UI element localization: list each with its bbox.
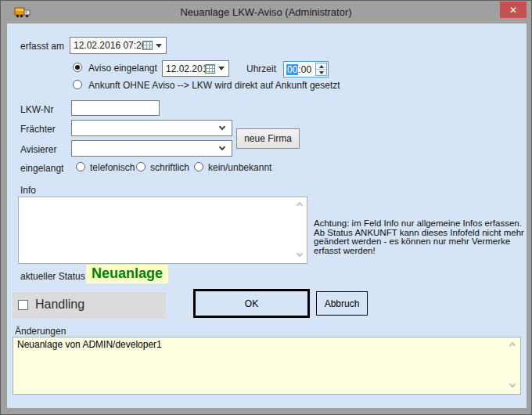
ok-button-label: OK	[245, 298, 258, 309]
window-title: Neuanlage LKW-Aviso (Administrator)	[1, 6, 531, 18]
eingelangt-label: eingelangt	[20, 163, 63, 174]
handling-panel: Handling	[13, 292, 166, 319]
erfasst-am-label: erfasst am	[20, 41, 64, 52]
calendar-icon	[142, 41, 153, 50]
time-spinner[interactable]	[315, 63, 327, 76]
fraechter-label: Frächter	[20, 124, 56, 135]
radio-schriftlich[interactable]	[136, 162, 146, 171]
info-textarea-wrap	[18, 197, 307, 264]
warning-line: erfasst werden!	[314, 247, 530, 256]
time-hours[interactable]: 00	[286, 64, 298, 75]
spinner-down-icon[interactable]	[316, 70, 326, 75]
aviso-date-value: 12.02.2016	[163, 63, 205, 74]
info-textarea[interactable]	[18, 197, 307, 264]
erfasst-am-value: 12.02.2016 07:20	[70, 40, 142, 51]
erfasst-am-datetimepicker[interactable]: 12.02.2016 07:20	[70, 37, 167, 54]
radio-telefonisch-label[interactable]: telefonisch	[90, 162, 135, 173]
aenderungen-label: Änderungen	[15, 326, 66, 337]
chevron-down-icon[interactable]	[219, 124, 225, 130]
handling-checkbox-label[interactable]: Handling	[35, 298, 84, 312]
lkw-nr-input[interactable]	[71, 100, 160, 116]
radio-ankunft-ohne-aviso[interactable]	[73, 80, 82, 89]
titlebar[interactable]: Neuanlage LKW-Aviso (Administrator) ✕	[1, 1, 531, 23]
dropdown-arrow-icon[interactable]	[218, 67, 225, 70]
close-icon: ✕	[509, 5, 517, 16]
status-badge: Neuanlage	[86, 265, 168, 283]
aenderungen-textarea[interactable]: Neuanlage von ADMIN/developer1	[13, 337, 521, 395]
radio-telefonisch[interactable]	[76, 162, 85, 171]
ok-button[interactable]: OK	[193, 289, 310, 318]
radio-aviso-eingelangt-label[interactable]: Aviso eingelangt	[88, 63, 157, 74]
fraechter-combobox[interactable]	[71, 120, 232, 136]
abbruch-button-label: Abbruch	[325, 298, 360, 309]
info-warning-text: Achtung: im Feld Info nur allgemeine Inf…	[314, 219, 530, 256]
avisierer-label: Avisierer	[20, 144, 56, 155]
radio-ankunft-ohne-aviso-label[interactable]: Ankunft OHNE Aviso --> LKW wird direkt a…	[88, 80, 340, 91]
neue-firma-button-label: neue Firma	[244, 133, 292, 144]
aktueller-status-label: aktueller Status	[20, 271, 85, 282]
radio-kein-unbekannt[interactable]	[194, 162, 203, 171]
handling-checkbox[interactable]	[18, 300, 28, 310]
abbruch-button[interactable]: Abbruch	[316, 291, 368, 316]
aenderungen-textarea-wrap: Neuanlage von ADMIN/developer1	[13, 337, 521, 395]
calendar-icon	[205, 64, 215, 74]
uhrzeit-timepicker[interactable]: 00:00	[283, 61, 329, 78]
uhrzeit-label: Uhrzeit	[246, 63, 276, 74]
dialog-window: Neuanlage LKW-Aviso (Administrator) ✕ er…	[0, 0, 532, 415]
spinner-up-icon[interactable]	[316, 63, 326, 69]
info-label: Info	[20, 185, 36, 196]
aviso-datepicker[interactable]: 12.02.2016	[162, 60, 229, 77]
close-button[interactable]: ✕	[500, 2, 527, 18]
avisierer-combobox[interactable]	[71, 140, 232, 157]
neue-firma-button[interactable]: neue Firma	[236, 128, 300, 149]
radio-kein-unbekannt-label[interactable]: kein/unbekannt	[208, 162, 271, 173]
warning-line: Achtung: im Feld Info nur allgemeine Inf…	[314, 219, 530, 229]
radio-aviso-eingelangt[interactable]	[73, 63, 82, 72]
radio-schriftlich-label[interactable]: schriftlich	[150, 162, 189, 173]
time-minutes[interactable]: 00	[301, 64, 311, 75]
chevron-down-icon[interactable]	[219, 144, 225, 150]
lkw-nr-label: LKW-Nr	[20, 104, 53, 115]
dropdown-arrow-icon[interactable]	[156, 44, 162, 48]
